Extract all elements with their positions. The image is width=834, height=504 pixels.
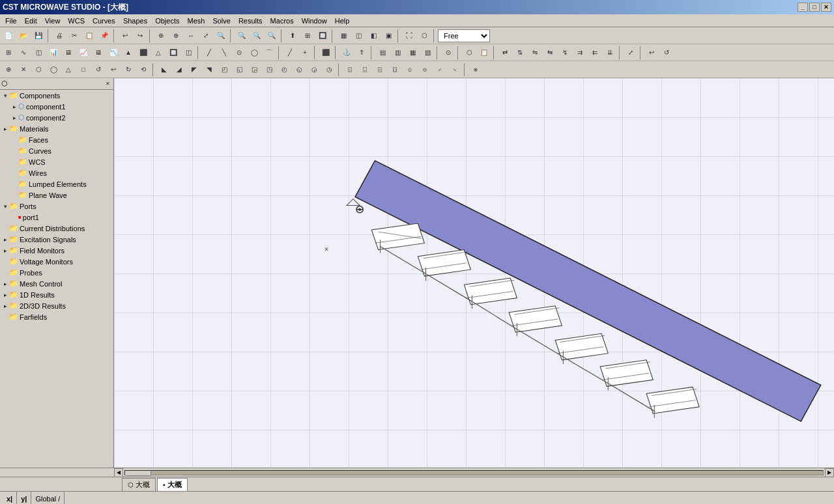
tb2-btn11[interactable]: △ [151, 46, 165, 60]
tree-wcs[interactable]: 📁 WCS [0, 156, 113, 167]
tb2-btn2[interactable]: ∿ [16, 46, 31, 60]
save-btn[interactable]: 💾 [31, 29, 46, 43]
menu-wcs[interactable]: WCS [64, 16, 89, 26]
tree-component2[interactable]: ▸ ⬡ component2 [0, 112, 113, 123]
tb2-btn15[interactable]: ╲ [217, 46, 231, 60]
tb2-btn29[interactable]: ⬡ [462, 46, 476, 60]
tb3-btn15[interactable]: ◰ [217, 63, 231, 77]
btn8[interactable]: ⊕ [169, 29, 183, 43]
close-button[interactable]: ✕ [821, 3, 831, 12]
tb3-btn12[interactable]: ◢ [172, 63, 186, 77]
tree-components[interactable]: ▾ 📁 Components [0, 90, 113, 101]
tb3-btn14[interactable]: ◥ [202, 63, 216, 77]
menu-edit[interactable]: Edit [21, 16, 41, 26]
btn13[interactable]: 🔍 [250, 29, 264, 43]
tb2-btn28[interactable]: ⊙ [441, 46, 455, 60]
tree-materials[interactable]: ▸ 📁 Materials [0, 123, 113, 134]
menu-file[interactable]: File [1, 16, 21, 26]
viewport[interactable]: × [114, 78, 834, 468]
tb2-btn17[interactable]: ◯ [247, 46, 261, 60]
scroll-thumb[interactable] [125, 471, 151, 476]
scroll-track[interactable] [124, 470, 824, 475]
tb2-btn25[interactable]: ▥ [390, 46, 405, 60]
tb2-btn6[interactable]: 📈 [76, 46, 91, 60]
btn3[interactable]: 📋 [82, 29, 96, 43]
btn14[interactable]: 🔍 [265, 29, 279, 43]
tb2-btn4[interactable]: 📊 [46, 46, 61, 60]
print-btn[interactable]: 🖨 [52, 29, 66, 43]
btn12[interactable]: 🔍 [235, 29, 249, 43]
btn19[interactable]: ◫ [351, 29, 366, 43]
tb3-btn13[interactable]: ◤ [187, 63, 201, 77]
btn10[interactable]: ⤢ [199, 29, 213, 43]
tb2-btn40[interactable]: ↩ [644, 46, 659, 60]
tree-ports[interactable]: ▾ 📁 Ports [0, 201, 113, 212]
tb2-btn1[interactable]: ⊞ [1, 46, 16, 60]
tb2-btn5[interactable]: 🖥 [61, 46, 76, 60]
tb3-btn17[interactable]: ◲ [247, 63, 261, 77]
tree-23dresults[interactable]: ▸ 📁 2D/3D Results [0, 300, 113, 311]
tb2-btn27[interactable]: ▧ [420, 46, 435, 60]
tb3-btn18[interactable]: ◳ [262, 63, 276, 77]
tb3-btn6[interactable]: □ [76, 63, 91, 77]
tb2-btn26[interactable]: ▦ [405, 46, 420, 60]
panel-close-btn[interactable]: ✕ [103, 79, 112, 89]
btn16[interactable]: ⊞ [300, 29, 315, 43]
btn2[interactable]: ✂ [67, 29, 81, 43]
menu-solve[interactable]: Solve [208, 16, 235, 26]
tree-voltage[interactable]: 📁 Voltage Monitors [0, 256, 113, 267]
btn23[interactable]: ⬡ [417, 29, 431, 43]
btn20[interactable]: ◧ [366, 29, 381, 43]
tb2-btn35[interactable]: ↯ [558, 46, 572, 60]
tb2-btn10[interactable]: ⬛ [136, 46, 151, 60]
tab-3d[interactable]: ⬡ 大概 [122, 478, 156, 491]
tb3-btn1[interactable]: ⊕ [1, 63, 16, 77]
tb3-btn26[interactable]: ⌼ [388, 63, 402, 77]
tree-component1[interactable]: ▸ ⬡ component1 [0, 101, 113, 112]
tb3-btn3[interactable]: ⬡ [31, 63, 46, 77]
menu-shapes[interactable]: Shapes [119, 16, 151, 26]
tb2-btn38[interactable]: ⇊ [603, 46, 617, 60]
btn21[interactable]: ▣ [381, 29, 395, 43]
btn7[interactable]: ⊕ [154, 29, 168, 43]
tb2-btn33[interactable]: ⇋ [528, 46, 542, 60]
tb3-btn27[interactable]: ⌽ [403, 63, 417, 77]
tree-meshctl[interactable]: ▸ 📁 Mesh Control [0, 278, 113, 289]
menu-mesh[interactable]: Mesh [183, 16, 208, 26]
horizontal-scrollbar[interactable]: ◀ ▶ [0, 468, 834, 477]
tree-faces[interactable]: 📁 Faces [0, 134, 113, 145]
tb2-btn8[interactable]: 📉 [106, 46, 121, 60]
tb2-btn20[interactable]: + [298, 46, 312, 60]
tb3-btn9[interactable]: ↻ [121, 63, 136, 77]
tb2-btn23[interactable]: ⇑ [354, 46, 369, 60]
tree-probes[interactable]: 📁 Probes [0, 267, 113, 278]
tb3-btn5[interactable]: △ [61, 63, 76, 77]
tb3-btn11[interactable]: ◣ [157, 63, 171, 77]
open-btn[interactable]: 📂 [16, 29, 31, 43]
tb3-btn19[interactable]: ◴ [277, 63, 291, 77]
menu-macros[interactable]: Macros [266, 16, 298, 26]
tb2-btn16[interactable]: ⊙ [232, 46, 246, 60]
tb3-btn29[interactable]: ⌿ [433, 63, 447, 77]
new-btn[interactable]: 📄 [1, 29, 16, 43]
tree-planewave[interactable]: 📁 Plane Wave [0, 189, 113, 201]
tb3-btn7[interactable]: ↺ [91, 63, 106, 77]
tree-currentdist[interactable]: 📁 Current Distributions [0, 223, 113, 234]
btn9[interactable]: ↔ [184, 29, 198, 43]
tb2-btn3[interactable]: ◫ [31, 46, 46, 60]
tb2-btn21[interactable]: ⬛ [319, 46, 333, 60]
tb2-btn39[interactable]: ⤢ [624, 46, 638, 60]
tb2-btn31[interactable]: ⇄ [498, 46, 512, 60]
tb3-btn10[interactable]: ⟲ [136, 63, 151, 77]
tb3-btn23[interactable]: ⌹ [343, 63, 357, 77]
tb3-btn4[interactable]: ◯ [46, 63, 61, 77]
btn11[interactable]: 🔍 [214, 29, 228, 43]
tb3-btn20[interactable]: ◵ [292, 63, 306, 77]
maximize-button[interactable]: □ [809, 3, 820, 12]
menu-objects[interactable]: Objects [151, 16, 183, 26]
tree-fieldmon[interactable]: ▸ 📁 Field Monitors [0, 245, 113, 256]
tb3-btn30[interactable]: ⍀ [448, 63, 462, 77]
tb3-btn2[interactable]: ✕ [16, 63, 31, 77]
tb3-btn21[interactable]: ◶ [307, 63, 321, 77]
menu-view[interactable]: View [41, 16, 65, 26]
